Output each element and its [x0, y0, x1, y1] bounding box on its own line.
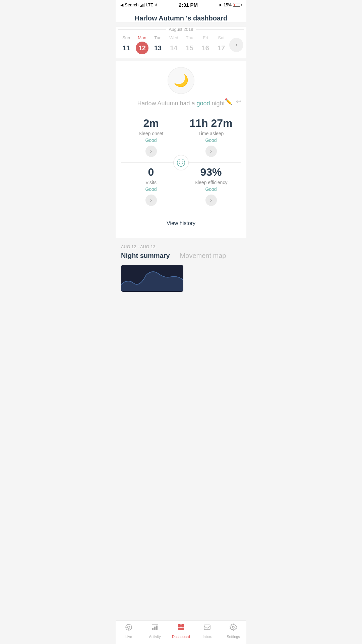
user-name: Harlow Autumn: [137, 100, 178, 107]
visits-value: 0: [148, 166, 154, 178]
night-summary-section: AUG 12 - AUG 13 Night summary Movement m…: [116, 238, 246, 295]
search-label[interactable]: Search: [125, 2, 138, 7]
movement-map-tab[interactable]: Movement map: [180, 252, 226, 262]
visits-detail-button[interactable]: ›: [145, 195, 157, 206]
cal-day-num-tue: 13: [152, 42, 164, 54]
status-right: ➤ 15%: [219, 2, 242, 7]
page-title: Harlow Autumn 's dashboard: [121, 14, 241, 22]
back-arrow-icon: ◀: [120, 3, 123, 7]
night-summary-tab[interactable]: Night summary: [121, 252, 170, 262]
cal-day-thu[interactable]: Thu 15: [182, 35, 197, 54]
sleep-efficiency-label: Sleep efficiency: [195, 180, 228, 185]
edit-icon[interactable]: ✏️: [225, 98, 232, 105]
location-icon: ➤: [219, 2, 222, 7]
action-icons: ✏️ ↩: [225, 98, 241, 105]
svg-point-0: [177, 159, 185, 166]
status-time: 2:31 PM: [179, 2, 198, 8]
calendar-section: August 2019 Sun 11 Mon 12 Tue 13 Wed 14 …: [116, 27, 246, 58]
signal-bars: [140, 3, 145, 7]
sleep-onset-value: 2m: [143, 117, 159, 129]
cal-day-tue[interactable]: Tue 13: [150, 35, 166, 54]
sleep-efficiency-detail-button[interactable]: ›: [205, 195, 217, 206]
night-chart: [121, 265, 183, 292]
cal-day-name-fri: Fri: [203, 35, 208, 40]
night-date-range: AUG 12 - AUG 13: [121, 245, 241, 249]
moon-icon: 🌙: [168, 67, 194, 94]
cal-day-name-sat: Sat: [218, 35, 225, 40]
quality-word: good: [197, 100, 210, 107]
battery-icon: [233, 3, 242, 7]
cal-day-num-sun: 11: [120, 42, 133, 54]
time-asleep-value: 11h 27m: [189, 117, 232, 129]
cal-day-num-wed: 14: [167, 42, 180, 54]
moon-circle-wrap: 🌙: [121, 61, 241, 97]
visits-status: Good: [145, 186, 157, 192]
night-tabs: Night summary Movement map: [121, 252, 241, 262]
cal-day-num-mon: 12: [136, 42, 148, 54]
stat-sleep-efficiency: 93% Sleep efficiency Good ›: [181, 163, 241, 211]
stats-grid: 2m Sleep onset Good › 11h 27m Time aslee…: [121, 114, 241, 211]
mid-text: had a: [180, 100, 195, 107]
sleep-onset-detail-button[interactable]: ›: [145, 146, 157, 157]
cal-day-name-tue: Tue: [154, 35, 162, 40]
cal-day-mon[interactable]: Mon 12: [134, 35, 150, 54]
sleep-face-icon: [173, 155, 189, 170]
sleep-efficiency-value: 93%: [200, 166, 222, 178]
time-asleep-detail-button[interactable]: ›: [205, 146, 217, 157]
cal-day-name-mon: Mon: [138, 35, 146, 40]
stat-sleep-onset: 2m Sleep onset Good ›: [121, 114, 181, 162]
cal-day-name-wed: Wed: [169, 35, 178, 40]
sleep-onset-label: Sleep onset: [139, 131, 164, 136]
header: Harlow Autumn 's dashboard: [116, 10, 246, 22]
cal-day-fri[interactable]: Fri 16: [198, 35, 213, 54]
sleep-efficiency-status: Good: [205, 186, 217, 192]
cal-day-num-thu: 15: [183, 42, 196, 54]
calendar-row[interactable]: Sun 11 Mon 12 Tue 13 Wed 14 Thu 15 Fri: [118, 35, 244, 54]
time-asleep-status: Good: [205, 138, 217, 143]
sleep-card: 🌙 ✏️ ↩ Harlow Autumn had a good night 2m…: [116, 61, 246, 238]
share-icon[interactable]: ↩: [236, 98, 241, 105]
svg-point-1: [179, 161, 180, 162]
cal-day-num-fri: 16: [199, 42, 212, 54]
summary-text: Harlow Autumn had a good night: [121, 100, 241, 107]
stat-time-asleep: 11h 27m Time asleep Good ›: [181, 114, 241, 162]
sleep-onset-status: Good: [145, 138, 157, 143]
loading-icon: ✳: [155, 3, 158, 7]
cal-day-name-sun: Sun: [122, 35, 130, 40]
stat-visits: 0 Visits Good ›: [121, 163, 181, 211]
network-type: LTE: [146, 3, 153, 7]
status-left: ◀ Search LTE ✳: [120, 2, 158, 7]
cal-day-wed[interactable]: Wed 14: [166, 35, 181, 54]
end-text: night: [212, 100, 225, 107]
time-asleep-label: Time asleep: [198, 131, 224, 136]
cal-day-sun[interactable]: Sun 11: [119, 35, 134, 54]
status-bar: ◀ Search LTE ✳ 2:31 PM ➤ 15%: [116, 0, 246, 10]
month-label: August 2019: [118, 27, 244, 32]
visits-label: Visits: [145, 180, 157, 185]
cal-day-num-sat: 17: [215, 42, 228, 54]
view-history-button[interactable]: View history: [121, 214, 241, 232]
calendar-next-button[interactable]: ›: [229, 38, 243, 52]
svg-point-2: [182, 161, 183, 162]
cal-day-name-thu: Thu: [186, 35, 193, 40]
cal-day-sat[interactable]: Sat 17: [214, 35, 229, 54]
battery-percent: 15%: [224, 3, 232, 7]
